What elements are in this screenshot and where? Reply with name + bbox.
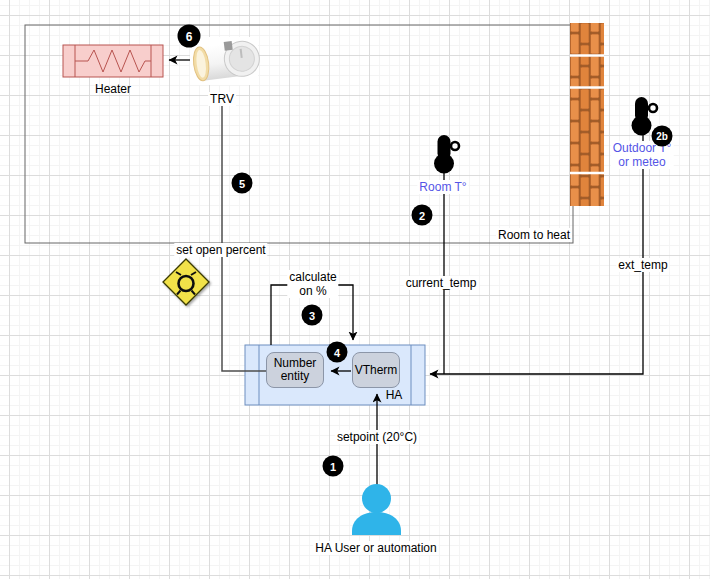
vtherm-node: VTherm xyxy=(352,352,400,388)
badge-step-5: 5 xyxy=(232,173,253,194)
number-entity-node: Number entity xyxy=(266,352,324,388)
timer-alarm-diamond-icon xyxy=(163,259,209,305)
badge-step-2b: 2b xyxy=(652,126,673,147)
calculate-label-line1: calculate xyxy=(289,270,336,284)
ext-temp-arrow xyxy=(430,134,643,374)
current-temp-label: current_temp xyxy=(404,276,479,290)
number-entity-label: Number entity xyxy=(267,357,323,383)
vtherm-label: VTherm xyxy=(355,364,398,377)
calculate-label: calculate on % xyxy=(287,270,338,298)
heater-label: Heater xyxy=(95,82,131,96)
trv-device-image xyxy=(190,37,261,85)
badge-step-2: 2 xyxy=(412,205,433,226)
user-label: HA User or automation xyxy=(313,541,438,555)
room-temp-label: Room T° xyxy=(417,180,468,194)
badge-step-4: 4 xyxy=(327,342,348,363)
calculate-label-line2: on % xyxy=(289,284,336,298)
heater-resistor-icon xyxy=(63,45,163,77)
outdoor-temp-label-line2: or meteo xyxy=(613,155,672,169)
badge-step-6: 6 xyxy=(178,25,201,48)
set-open-percent-arrow xyxy=(222,95,266,371)
set-open-percent-label: set open percent xyxy=(174,243,267,257)
ext-temp-label: ext_temp xyxy=(616,258,669,272)
brick-wall-icon xyxy=(570,23,604,206)
diagram-canvas: Number entity VTherm Heater TRV Room to … xyxy=(0,0,710,579)
badge-step-1: 1 xyxy=(323,456,344,477)
user-icon xyxy=(352,484,401,535)
trv-label: TRV xyxy=(208,92,236,106)
setpoint-label: setpoint (20°C) xyxy=(335,430,419,444)
ha-label: HA xyxy=(386,388,403,402)
badge-step-3: 3 xyxy=(302,305,323,326)
room-to-heat-label: Room to heat xyxy=(496,228,572,242)
room-thermometer-icon xyxy=(434,135,459,174)
